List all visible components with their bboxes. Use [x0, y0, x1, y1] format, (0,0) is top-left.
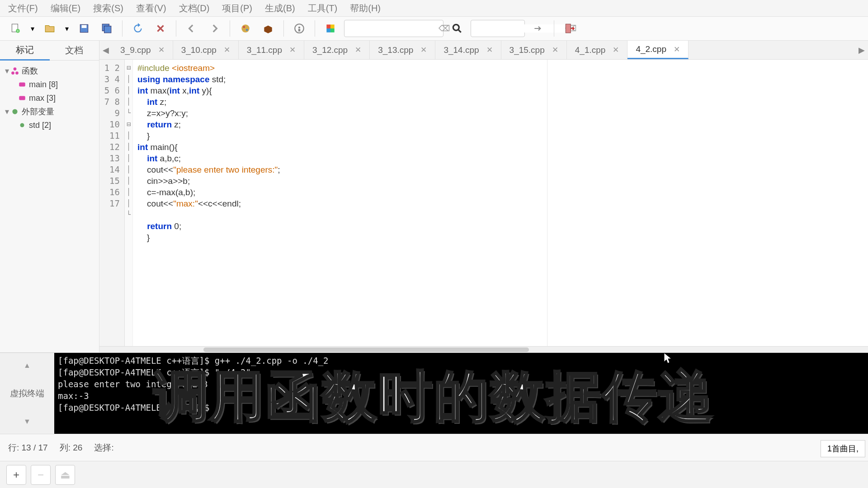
eject-button[interactable]: ⏏ — [55, 465, 75, 485]
tree-label: 外部变量 — [22, 106, 54, 117]
svg-rect-13 — [326, 24, 330, 28]
separator — [554, 20, 554, 37]
terminal-tab-label[interactable]: 虚拟终端 — [10, 388, 44, 399]
compile-button[interactable] — [236, 19, 255, 38]
disclose-icon[interactable]: ▾ — [3, 107, 11, 117]
close-tab-icon[interactable]: ✕ — [552, 45, 558, 55]
remove-button[interactable]: − — [31, 465, 51, 485]
search-box-1[interactable]: ⌫ — [344, 20, 443, 37]
line-gutter: 1 2 3 4 5 6 7 8 9 10 11 12 13 14 15 16 1… — [99, 60, 125, 346]
menu-view[interactable]: 查看(V) — [136, 2, 166, 14]
menu-document[interactable]: 文档(D) — [179, 2, 210, 14]
sidebar-tab-symbols[interactable]: 标记 — [0, 41, 50, 61]
svg-rect-23 — [19, 96, 25, 100]
menu-project[interactable]: 项目(P) — [222, 2, 252, 14]
scrollbar-thumb[interactable] — [203, 347, 529, 352]
menu-tools[interactable]: 工具(T) — [308, 2, 338, 14]
nav-forward-button[interactable] — [205, 19, 223, 38]
file-tab-label: 4_1.cpp — [575, 45, 606, 55]
file-tab-label: 3_10.cpp — [181, 45, 217, 55]
new-file-button[interactable]: + — [6, 19, 24, 38]
close-tab-icon[interactable]: ✕ — [289, 45, 296, 55]
menu-search[interactable]: 搜索(S) — [93, 2, 123, 14]
file-tab[interactable]: 3_11.cpp✕ — [239, 41, 304, 59]
tree-item-max[interactable]: max [3] — [3, 91, 96, 105]
code-area[interactable]: 1 2 3 4 5 6 7 8 9 10 11 12 13 14 15 16 1… — [99, 60, 868, 346]
svg-point-8 — [243, 26, 245, 28]
open-file-button[interactable] — [41, 19, 59, 38]
panel-up-icon[interactable]: ▲ — [24, 361, 31, 370]
svg-point-9 — [246, 29, 248, 31]
tab-scroll-left[interactable]: ◀ — [99, 41, 112, 59]
file-tab-bar: ◀ 3_9.cpp✕3_10.cpp✕3_11.cpp✕3_12.cpp✕3_1… — [99, 41, 868, 60]
fold-column[interactable]: ⊟ │ │ │ └ ⊟ │ │ │ │ │ │ │ └ — [125, 60, 133, 346]
execute-button[interactable] — [290, 19, 308, 38]
file-tab[interactable]: 3_12.cpp✕ — [304, 41, 370, 59]
status-right-box: 1首曲目, — [821, 440, 865, 457]
close-tab-icon[interactable]: ✕ — [486, 45, 493, 55]
horizontal-scrollbar[interactable] — [99, 346, 868, 352]
file-tab[interactable]: 4_1.cpp✕ — [567, 41, 628, 59]
tree-label: std [2] — [29, 121, 51, 130]
disclose-icon[interactable]: ▾ — [3, 66, 11, 76]
tree-item-main[interactable]: main [8] — [3, 78, 96, 91]
close-tab-icon[interactable]: ✕ — [224, 45, 230, 55]
svg-text:+: + — [17, 29, 19, 33]
tree-item-std[interactable]: std [2] — [3, 118, 96, 132]
status-bar: 行: 13 / 17 列: 26 选择: — [0, 434, 868, 461]
svg-rect-4 — [82, 25, 87, 28]
menu-edit[interactable]: 编辑(E) — [51, 2, 81, 14]
quit-button[interactable] — [561, 19, 579, 38]
bottom-button-bar: + − ⏏ — [0, 461, 868, 488]
build-button[interactable] — [259, 19, 277, 38]
search-button[interactable] — [448, 19, 466, 38]
tree-group-functions[interactable]: ▾ 函数 — [3, 64, 96, 78]
close-button[interactable] — [151, 19, 170, 38]
file-tab[interactable]: 3_10.cpp✕ — [173, 41, 239, 59]
namespace-icon — [11, 108, 19, 116]
file-tab[interactable]: 4_2.cpp✕ — [627, 41, 689, 59]
file-tab-label: 3_13.cpp — [378, 45, 413, 55]
open-file-dropdown[interactable]: ▾ — [63, 24, 71, 33]
search-input-1[interactable] — [348, 24, 439, 33]
class-icon — [11, 67, 19, 75]
sidebar-tab-documents[interactable]: 文档 — [50, 41, 99, 61]
file-tab[interactable]: 3_15.cpp✕ — [501, 41, 567, 59]
file-tab[interactable]: 3_9.cpp✕ — [112, 41, 173, 59]
close-tab-icon[interactable]: ✕ — [355, 45, 361, 55]
close-tab-icon[interactable]: ✕ — [420, 45, 427, 55]
goto-input[interactable] — [475, 24, 565, 33]
close-tab-icon[interactable]: ✕ — [674, 45, 680, 54]
svg-rect-16 — [330, 28, 335, 33]
menu-build[interactable]: 生成(B) — [265, 2, 295, 14]
goto-line-button[interactable] — [529, 19, 547, 38]
reload-button[interactable] — [129, 19, 147, 38]
close-tab-icon[interactable]: ✕ — [613, 45, 619, 55]
tab-scroll-right[interactable]: ▶ — [855, 41, 868, 59]
main-area: 标记 文档 ▾ 函数 main [8] max [3] ▾ 外部变量 — [0, 41, 868, 352]
nav-back-button[interactable] — [183, 19, 201, 38]
close-tab-icon[interactable]: ✕ — [158, 45, 165, 55]
svg-rect-22 — [19, 83, 25, 87]
save-button[interactable] — [75, 19, 93, 38]
separator — [315, 20, 315, 37]
toolbar: + ▾ ▾ ⌫ ⌫ — [0, 16, 868, 41]
file-tab-label: 3_12.cpp — [312, 45, 348, 55]
svg-point-24 — [12, 109, 17, 114]
color-picker-button[interactable] — [321, 19, 340, 38]
svg-point-17 — [453, 24, 459, 30]
goto-box[interactable]: ⌫ — [471, 20, 525, 37]
tree-group-externals[interactable]: ▾ 外部变量 — [3, 105, 96, 118]
svg-point-19 — [14, 67, 17, 70]
panel-down-icon[interactable]: ▼ — [24, 418, 31, 426]
save-all-button[interactable] — [98, 19, 116, 38]
code-text[interactable]: #include <iostream>using namespace std;i… — [133, 60, 868, 346]
menu-help[interactable]: 帮助(H) — [350, 2, 381, 14]
new-file-dropdown[interactable]: ▾ — [29, 24, 36, 33]
menu-file[interactable]: 文件(F) — [8, 2, 38, 14]
separator — [230, 20, 230, 37]
file-tab[interactable]: 3_13.cpp✕ — [370, 41, 435, 59]
svg-point-11 — [298, 27, 300, 28]
add-button[interactable]: + — [6, 465, 26, 485]
file-tab[interactable]: 3_14.cpp✕ — [435, 41, 501, 59]
